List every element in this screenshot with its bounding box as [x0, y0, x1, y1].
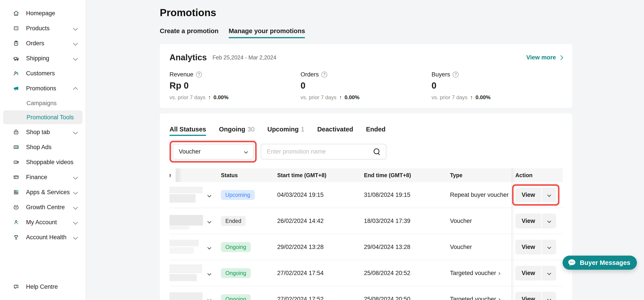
- promotion-search-input[interactable]: [266, 148, 373, 155]
- sidebar-subitem-campaigns[interactable]: Campaigns: [3, 96, 82, 110]
- sidebar-item-help-centre[interactable]: ? Help Centre: [0, 279, 86, 294]
- chevron-down-icon: [73, 56, 78, 61]
- metric-orders: Orders? 0 vs. prior 7 days↑0.00%: [300, 71, 432, 101]
- chevron-right-icon: [558, 55, 564, 60]
- metric-revenue: Revenue? Rp 0 vs. prior 7 days↑0.00%: [170, 71, 300, 101]
- view-more-link[interactable]: View more: [526, 54, 562, 61]
- question-icon[interactable]: ?: [196, 72, 202, 78]
- chevron-down-icon: [73, 130, 78, 135]
- expand-row-icon[interactable]: [206, 216, 212, 226]
- trophy-icon: [12, 233, 20, 241]
- tab-manage-your-promotions[interactable]: Manage your promotions: [229, 27, 305, 38]
- up-arrow-icon: ↑: [208, 94, 211, 101]
- end-time-cell: 25/08/2024 20:50: [364, 296, 450, 300]
- sidebar-item-my-account[interactable]: My Account: [0, 215, 86, 230]
- chevron-down-icon: [73, 235, 78, 240]
- expand-row-icon[interactable]: [206, 294, 212, 300]
- sidebar-item-shop-ads[interactable]: AD Shop Ads: [0, 140, 86, 155]
- sidebar-item-apps-services[interactable]: Apps & Services: [0, 185, 86, 200]
- column-action: Action: [511, 168, 563, 182]
- view-dropdown-button[interactable]: [542, 266, 556, 280]
- status-tab-ended[interactable]: Ended: [366, 126, 386, 136]
- type-cell[interactable]: Targeted voucher›: [450, 270, 511, 276]
- sidebar-subitem-label: Campaigns: [26, 100, 57, 107]
- question-icon[interactable]: ?: [321, 72, 327, 78]
- sidebar-item-growth-centre[interactable]: Growth Centre: [0, 200, 86, 215]
- start-time-cell: 27/02/2024 17:52: [277, 296, 364, 300]
- view-dropdown-button[interactable]: [542, 292, 556, 300]
- redacted-promotion-name: [170, 263, 205, 282]
- sidebar-item-promotions[interactable]: Promotions: [0, 81, 86, 96]
- buyer-messages-button[interactable]: Buyer Messages: [562, 256, 637, 270]
- annotation-box-voucher-filter: Voucher: [170, 141, 257, 163]
- type-cell: Voucher: [450, 244, 511, 250]
- expand-row-icon[interactable]: [206, 268, 212, 278]
- chevron-down-icon: [244, 150, 248, 154]
- view-button[interactable]: View: [515, 266, 541, 280]
- sidebar-item-finance[interactable]: Finance: [0, 170, 86, 185]
- person-icon: [12, 218, 20, 226]
- view-button[interactable]: View: [515, 214, 541, 228]
- chevron-down-icon: [73, 175, 78, 180]
- shop-bag-icon: [12, 128, 20, 136]
- tab-create-a-promotion[interactable]: Create a promotion: [160, 27, 218, 38]
- column-start-time: Start time (GMT+8): [277, 172, 364, 178]
- chevron-down-icon: [73, 205, 78, 210]
- users-icon: [12, 70, 20, 77]
- sidebar-item-label: Account Health: [26, 234, 66, 241]
- promotions-table: e Status Start time (GMT+8) End time (GM…: [170, 168, 563, 300]
- tv-star-icon: [12, 203, 20, 211]
- view-dropdown-button[interactable]: [542, 214, 556, 228]
- chat-bubble-icon: [568, 258, 576, 267]
- sidebar-item-label: Growth Centre: [26, 204, 65, 211]
- sidebar-item-customers[interactable]: Customers: [0, 66, 86, 81]
- view-button[interactable]: View: [515, 188, 541, 202]
- sidebar-item-shop-tab[interactable]: Shop tab: [0, 125, 86, 140]
- search-icon[interactable]: [373, 148, 381, 156]
- metric-value: Rp 0: [170, 81, 300, 91]
- end-time-cell: 25/08/2024 20:52: [364, 270, 450, 276]
- chevron-up-icon: [73, 87, 78, 92]
- expand-row-icon[interactable]: [206, 242, 212, 252]
- chevron-down-icon: [73, 190, 78, 195]
- sidebar-subitem-promotional-tools[interactable]: Promotional Tools: [3, 110, 82, 124]
- clipboard-icon: [12, 40, 20, 47]
- seller-center-screen: Homepage Products Orders Shipping: [0, 0, 644, 300]
- sidebar-item-products[interactable]: Products: [0, 21, 86, 36]
- status-tab-upcoming[interactable]: Upcoming1: [267, 126, 304, 136]
- sidebar-item-orders[interactable]: Orders: [0, 36, 86, 51]
- redacted-promotion-name: [170, 211, 205, 230]
- svg-text:?: ?: [16, 285, 17, 288]
- view-dropdown-button[interactable]: [542, 240, 556, 254]
- question-icon[interactable]: ?: [453, 72, 458, 78]
- view-button[interactable]: View: [515, 292, 541, 300]
- chevron-down-icon: [73, 41, 78, 46]
- home-icon: [12, 10, 20, 17]
- type-cell[interactable]: Targeted voucher›: [450, 296, 511, 300]
- sidebar-item-homepage[interactable]: Homepage: [0, 6, 86, 21]
- credit-card-icon: [12, 173, 20, 181]
- sidebar-item-shoppable-videos[interactable]: Shoppable videos: [0, 155, 86, 170]
- status-badge: Ongoing: [221, 242, 251, 252]
- sidebar-item-shipping[interactable]: Shipping: [0, 51, 86, 66]
- sidebar-item-account-health[interactable]: Account Health: [0, 230, 86, 245]
- annotation-box-view-button: View: [512, 184, 560, 206]
- redacted-promotion-name: [170, 185, 205, 204]
- sidebar-item-label: Shop tab: [26, 129, 50, 136]
- status-tab-all[interactable]: All Statuses: [170, 126, 206, 136]
- sidebar-item-label: Apps & Services: [26, 189, 70, 196]
- expand-row-icon[interactable]: [206, 190, 212, 200]
- svg-text:AD: AD: [15, 146, 18, 148]
- status-tab-ongoing[interactable]: Ongoing30: [219, 126, 254, 136]
- sidebar-item-label: Promotions: [26, 85, 56, 92]
- view-dropdown-button[interactable]: [542, 188, 556, 202]
- promotion-type-select[interactable]: Voucher: [172, 144, 254, 159]
- sidebar-item-label: Finance: [26, 174, 47, 181]
- status-tabs: All Statuses Ongoing30 Upcoming1 Deactiv…: [170, 126, 562, 136]
- chevron-down-icon: [73, 220, 78, 225]
- view-button[interactable]: View: [515, 240, 541, 254]
- type-cell: Repeat buyer voucher: [450, 191, 511, 198]
- sidebar-item-label: Shoppable videos: [26, 159, 74, 166]
- status-tab-deactivated[interactable]: Deactivated: [317, 126, 353, 136]
- sidebar-item-label: Help Centre: [26, 283, 58, 290]
